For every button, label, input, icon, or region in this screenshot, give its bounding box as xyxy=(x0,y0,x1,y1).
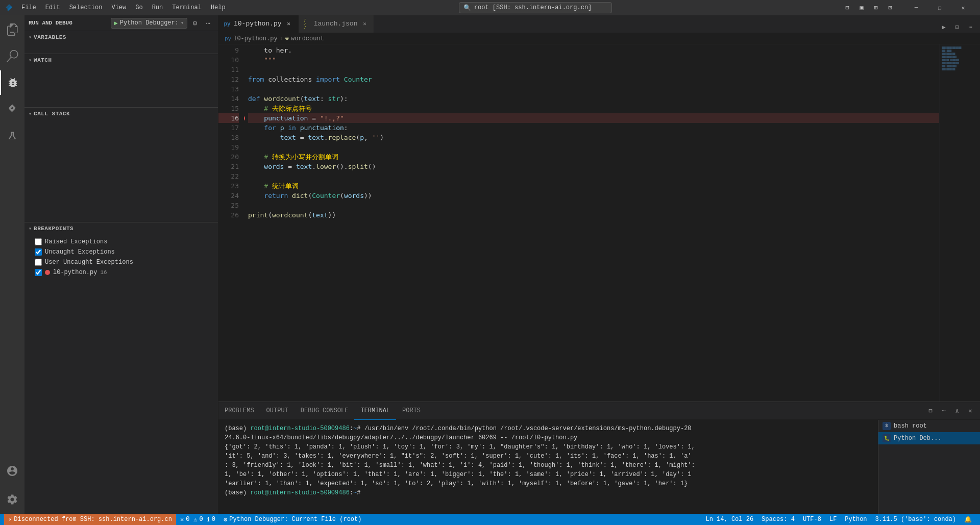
restore-button[interactable]: ❐ xyxy=(928,0,951,15)
uncaught-exceptions-label: Uncaught Exceptions xyxy=(45,248,115,256)
menu-run[interactable]: Run xyxy=(148,0,167,15)
status-lang[interactable]: Python xyxy=(841,514,871,525)
status-line-col[interactable]: Ln 14, Col 26 xyxy=(701,514,757,525)
run-debug-label: RUN AND DEBUG xyxy=(29,20,109,26)
debug-settings-btn[interactable]: ⚙ xyxy=(189,17,201,29)
breakpoint-raised[interactable]: Raised Exceptions xyxy=(24,237,218,247)
status-ssh[interactable]: ⚡ Disconnected from SSH: ssh.intern-ai.o… xyxy=(4,514,176,525)
debug-config-label: Python Debugger: xyxy=(120,19,179,27)
activity-explorer[interactable] xyxy=(0,17,24,42)
breakpoints-header[interactable]: ▾ BREAKPOINTS xyxy=(24,222,218,235)
tab-launch-json[interactable]: { } launch.json ✕ xyxy=(299,15,375,33)
sidebar-icon[interactable]: ▣ xyxy=(855,3,868,13)
titlebar-search-box[interactable]: 🔍 root [SSH: ssh.intern-ai.org.cn] xyxy=(459,2,612,13)
menu-edit[interactable]: Edit xyxy=(41,0,64,15)
watch-section: ▾ WATCH xyxy=(24,54,218,107)
debug-selector[interactable]: ▶ Python Debugger: ▾ xyxy=(111,18,187,29)
warning-icon: ⚠ xyxy=(193,516,197,523)
code-scroll-area[interactable]: 910111213 141516 1718192021 2223242526 t… xyxy=(218,44,980,402)
breakpoint-file[interactable]: l0-python.py 16 xyxy=(24,267,218,278)
bash-icon: $ xyxy=(883,422,891,430)
python-debug-icon: 🐛 xyxy=(883,434,891,442)
editor-right-actions: ▶ ⊡ ⋯ xyxy=(934,21,980,33)
terminal-instance-bash[interactable]: $ bash root xyxy=(878,420,980,432)
watch-header[interactable]: ▾ WATCH xyxy=(24,54,218,66)
tab-debug-console[interactable]: DEBUG CONSOLE xyxy=(295,402,355,420)
raised-exceptions-checkbox[interactable] xyxy=(35,238,42,245)
activity-debug[interactable] xyxy=(0,70,24,95)
menu-go[interactable]: Go xyxy=(131,0,146,15)
titlebar-menu: File Edit Selection View Go Run Terminal… xyxy=(17,0,230,15)
menu-selection[interactable]: Selection xyxy=(65,0,107,15)
user-uncaught-checkbox[interactable] xyxy=(35,259,42,266)
menu-view[interactable]: View xyxy=(107,0,130,15)
status-errors[interactable]: ✕ 0 ⚠ 0 ℹ 0 xyxy=(176,514,219,525)
split-icon[interactable]: ⊞ xyxy=(870,3,882,13)
menu-file[interactable]: File xyxy=(17,0,40,15)
call-stack-section: ▾ CALL STACK xyxy=(24,107,218,222)
warning-count: 0 xyxy=(200,516,203,523)
status-python-version[interactable]: 3.11.5 ('base': conda) xyxy=(871,514,960,525)
breakpoint-uncaught[interactable]: Uncaught Exceptions xyxy=(24,247,218,257)
split-editor-button[interactable]: ⊡ xyxy=(951,21,963,33)
call-stack-header[interactable]: ▾ CALL STACK xyxy=(24,108,218,120)
breakpoints-section: ▾ BREAKPOINTS Raised Exceptions Uncaught… xyxy=(24,222,218,280)
terminal-instance-python[interactable]: 🐛 Python Deb... xyxy=(878,432,980,444)
activity-extensions[interactable] xyxy=(0,97,24,121)
run-button[interactable]: ▶ xyxy=(938,21,949,33)
python-file-icon: py xyxy=(224,20,231,28)
status-encoding[interactable]: UTF-8 xyxy=(799,514,825,525)
editor-area: py l0-python.py ✕ { } launch.json ✕ ▶ ⊡ … xyxy=(218,15,980,402)
tab-output[interactable]: OUTPUT xyxy=(260,402,295,420)
breakpoint-dot-icon xyxy=(45,270,50,275)
uncaught-exceptions-checkbox[interactable] xyxy=(35,248,42,256)
tab-l0-close[interactable]: ✕ xyxy=(285,20,293,28)
tab-launch-close[interactable]: ✕ xyxy=(360,20,369,28)
ssh-label: Disconnected from SSH: ssh.intern-ai.org… xyxy=(14,516,172,523)
call-stack-title: CALL STACK xyxy=(34,111,70,117)
status-line-ending[interactable]: LF xyxy=(825,514,841,525)
tab-ports[interactable]: PORTS xyxy=(396,402,427,420)
debug-status-label: Python Debugger: Current File (root) xyxy=(229,516,361,523)
titlebar-search-area: 🔍 root [SSH: ssh.intern-ai.org.cn] xyxy=(234,2,837,13)
tab-bar: py l0-python.py ✕ { } launch.json ✕ ▶ ⊡ … xyxy=(218,15,980,33)
terminal-layout-btn[interactable]: ⊟ xyxy=(925,405,936,416)
breadcrumb-file[interactable]: l0-python.py xyxy=(233,35,277,42)
variables-header[interactable]: ▾ VARIABLES xyxy=(24,31,218,43)
status-notifications[interactable]: 🔔 xyxy=(960,514,976,525)
tab-terminal[interactable]: TERMINAL xyxy=(354,402,396,420)
variables-chevron-icon: ▾ xyxy=(29,34,32,40)
code-lines[interactable]: to her. """ from collections import Coun… xyxy=(244,44,939,402)
tab-l0-python[interactable]: py l0-python.py ✕ xyxy=(218,15,299,33)
minimize-button[interactable]: ─ xyxy=(904,0,928,15)
activity-testing[interactable] xyxy=(0,123,24,148)
terminal-maximize-btn[interactable]: ∧ xyxy=(951,405,963,416)
error-icon: ✕ xyxy=(180,516,184,523)
breadcrumb-symbol-icon: ⊕ xyxy=(285,35,289,42)
terminal-content[interactable]: (base) root@intern-studio-50009486:~# /u… xyxy=(218,420,878,514)
breadcrumb-symbol[interactable]: wordcount xyxy=(291,35,324,42)
terminal-more-btn[interactable]: ⋯ xyxy=(938,405,949,416)
activity-account[interactable] xyxy=(0,459,24,483)
activity-search[interactable] xyxy=(0,44,24,68)
code-line-20: # 转换为小写并分割单词 xyxy=(248,152,939,162)
sidebar: RUN AND DEBUG ▶ Python Debugger: ▾ ⚙ ⋯ ▾… xyxy=(24,15,218,514)
activity-settings[interactable] xyxy=(0,487,24,512)
status-debugger[interactable]: ⚙ Python Debugger: Current File (root) xyxy=(219,514,365,525)
search-text: root [SSH: ssh.intern-ai.org.cn] xyxy=(474,4,592,11)
editor-more-button[interactable]: ⋯ xyxy=(965,21,976,33)
breakpoint-user-uncaught[interactable]: User Uncaught Exceptions xyxy=(24,257,218,267)
file-breakpoint-checkbox[interactable] xyxy=(35,269,42,276)
menu-terminal[interactable]: Terminal xyxy=(168,0,206,15)
menu-help[interactable]: Help xyxy=(207,0,230,15)
terminal-close-btn[interactable]: ✕ xyxy=(965,405,976,416)
terminal-line-5: : 3, 'friendly': 1, 'look': 1, 'bit': 1,… xyxy=(225,461,872,470)
tab-problems[interactable]: PROBLEMS xyxy=(218,402,260,420)
breakpoint-indicator xyxy=(244,115,245,121)
lang-label: Python xyxy=(845,516,867,523)
panel-icon[interactable]: ⊡ xyxy=(884,3,896,13)
close-button[interactable]: ✕ xyxy=(951,0,975,15)
layout-icon[interactable]: ⊟ xyxy=(841,3,853,13)
status-spaces[interactable]: Spaces: 4 xyxy=(757,514,799,525)
debug-more-btn[interactable]: ⋯ xyxy=(203,17,214,29)
